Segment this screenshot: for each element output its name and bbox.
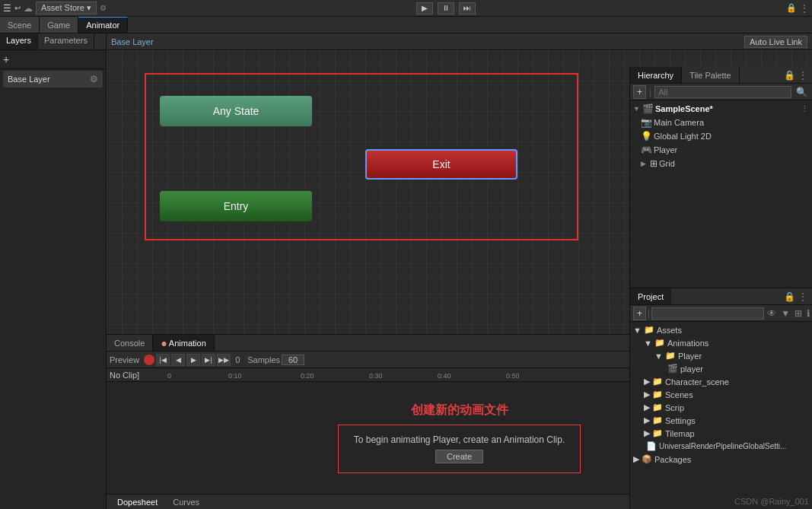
main-camera-label: Main Camera	[654, 118, 704, 127]
tree-global-light[interactable]: 💡 Global Light 2D	[630, 129, 812, 143]
scrip-label: Scrip	[665, 403, 684, 412]
proj-scrip[interactable]: ▶ 📁 Scrip	[630, 401, 812, 414]
global-light-label: Global Light 2D	[654, 132, 712, 141]
folder-char-icon: 📁	[652, 377, 663, 387]
create-anim-btn[interactable]: Create	[435, 450, 483, 463]
play-button[interactable]: ▶	[416, 2, 433, 14]
assets-label: Assets	[657, 326, 682, 335]
settings-icon[interactable]: ⋮	[800, 3, 809, 14]
tree-main-camera[interactable]: 📷 Main Camera	[630, 116, 812, 129]
frame-display: 0	[235, 355, 240, 364]
proj-packages[interactable]: ▶ 📦 Packages	[630, 453, 812, 466]
project-add-btn[interactable]: +	[633, 307, 646, 320]
auto-live-link-btn[interactable]: Auto Live Link	[744, 36, 807, 48]
proj-settings[interactable]: ▶ 📁 Settings	[630, 414, 812, 427]
folder-assets-icon: 📁	[644, 325, 654, 335]
proj-scenes[interactable]: ▶ 📁 Scenes	[630, 388, 812, 401]
main-tab-bar: Scene Game Animator	[0, 17, 812, 33]
anim-play-btn[interactable]: ▶	[186, 354, 200, 366]
proj-urp[interactable]: 📄 UniversalRenderPipelineGlobalSetti...	[630, 440, 812, 453]
base-layer-item[interactable]: Base Layer ⚙	[3, 71, 103, 87]
layer-add-section: +	[0, 50, 106, 69]
project-search[interactable]	[651, 307, 764, 320]
clip-name-area: No Clip]	[107, 368, 167, 381]
tab-animator[interactable]: Animator	[78, 17, 128, 33]
step-button[interactable]: ⏭	[459, 2, 476, 14]
tab-hierarchy[interactable]: Hierarchy	[630, 67, 682, 83]
base-layer-label: Base Layer	[8, 75, 50, 84]
tab-animation[interactable]: ● Animation	[153, 335, 214, 351]
project-lock-btn[interactable]: 🔒	[782, 291, 797, 302]
proj-player-anim[interactable]: 🎬 player	[630, 362, 812, 375]
scene-menu-icon[interactable]: ⋮	[801, 104, 809, 114]
ruler-010: 0:10	[228, 372, 242, 380]
tree-arrow-1: ▼	[633, 105, 641, 113]
hierarchy-search[interactable]	[654, 86, 791, 98]
arrow-char: ▶	[633, 377, 650, 387]
menu-icon[interactable]: ☰	[3, 3, 11, 14]
asset-store-btn[interactable]: Asset Store ▾	[36, 2, 97, 14]
packages-icon: 📦	[642, 454, 652, 464]
tab-tile-palette[interactable]: Tile Palette	[682, 67, 740, 83]
proj-eye-btn[interactable]: 👁	[766, 308, 778, 319]
main-content: Layers Parameters + Base Layer ⚙ Base La…	[0, 33, 812, 509]
proj-filter-btn[interactable]: ▼	[779, 308, 791, 319]
project-toolbar: + | 👁 ▼ ⊞ ℹ ⊕27	[630, 305, 812, 322]
player-icon: 🎮	[641, 145, 652, 155]
record-btn[interactable]	[144, 355, 154, 365]
tree-grid[interactable]: ▶ ⊞ Grid	[630, 157, 812, 170]
anim-prev-btn[interactable]: ◀	[171, 354, 185, 366]
proj-char-scene[interactable]: ▶ 📁 Character_scene	[630, 375, 812, 388]
proj-tilemap[interactable]: ▶ 📁 Tilemap	[630, 427, 812, 440]
preview-label: Preview	[110, 355, 139, 364]
anim-next-btn[interactable]: ▶|	[202, 354, 215, 366]
cloud-icon: ☁	[24, 3, 33, 14]
proj-info-btn[interactable]: ℹ	[805, 308, 812, 319]
arrow-assets: ▼	[633, 326, 642, 335]
tab-project[interactable]: Project	[630, 288, 671, 304]
project-panel: Project 🔒 ⋮ + | 👁 ▼ ⊞ ℹ ⊕27 ▼	[630, 288, 812, 509]
anim-first-btn[interactable]: |◀	[156, 354, 170, 366]
camera-icon: 📷	[641, 117, 652, 128]
hierarchy-lock-btn[interactable]: 🔒	[782, 70, 797, 81]
light-icon: 💡	[641, 131, 652, 142]
project-menu-btn[interactable]: ⋮	[797, 291, 809, 302]
arrow-player: ▼	[633, 352, 663, 361]
tilemap-label: Tilemap	[665, 429, 695, 438]
state-any[interactable]: Any State	[160, 96, 312, 126]
proj-player-folder[interactable]: ▼ 📁 Player	[630, 349, 812, 362]
sub-tab-dopesheet[interactable]: Dopesheet	[110, 496, 165, 508]
hierarchy-add-btn[interactable]: +	[633, 85, 646, 99]
tab-parameters[interactable]: Parameters	[38, 33, 94, 49]
tab-layers[interactable]: Layers	[0, 33, 38, 49]
pause-button[interactable]: ⏸	[438, 2, 454, 14]
collab-icon[interactable]: ⚙	[100, 4, 107, 12]
state-entry[interactable]: Entry	[160, 191, 312, 221]
tab-scene[interactable]: Scene	[0, 17, 40, 33]
add-layer-btn[interactable]: +	[3, 53, 9, 65]
proj-animations[interactable]: ▼ 📁 Animations	[630, 336, 812, 349]
samples-input[interactable]	[282, 355, 304, 365]
arrow-settings: ▶	[633, 415, 650, 425]
proj-assets[interactable]: ▼ 📁 Assets	[630, 323, 812, 336]
arrow-scrip: ▶	[633, 402, 650, 412]
sub-tab-curves[interactable]: Curves	[165, 496, 207, 508]
layer-gear-icon[interactable]: ⚙	[90, 74, 98, 84]
hierarchy-search-icon[interactable]: 🔍	[794, 87, 809, 97]
state-exit[interactable]: Exit	[365, 149, 517, 180]
tree-sample-scene[interactable]: ▼ 🎬 SampleScene* ⋮	[630, 102, 812, 116]
tree-player[interactable]: 🎮 Player	[630, 143, 812, 157]
undo-icon[interactable]: ↩	[14, 4, 21, 12]
anim-last-btn[interactable]: ▶▶	[217, 354, 231, 366]
breadcrumb-label[interactable]: Base Layer	[111, 37, 154, 46]
left-panel: Layers Parameters + Base Layer ⚙	[0, 33, 107, 509]
tab-game[interactable]: Game	[40, 17, 78, 33]
folder-animations-icon: 📁	[654, 338, 665, 348]
tab-console[interactable]: Console	[107, 335, 153, 351]
hierarchy-divider: |	[649, 87, 651, 97]
arrow-packages: ▶	[633, 454, 639, 464]
proj-cols-btn[interactable]: ⊞	[793, 308, 804, 319]
lock-icon: 🔒	[786, 3, 797, 13]
hierarchy-menu-btn[interactable]: ⋮	[797, 70, 809, 81]
urp-icon: 📄	[646, 441, 657, 451]
